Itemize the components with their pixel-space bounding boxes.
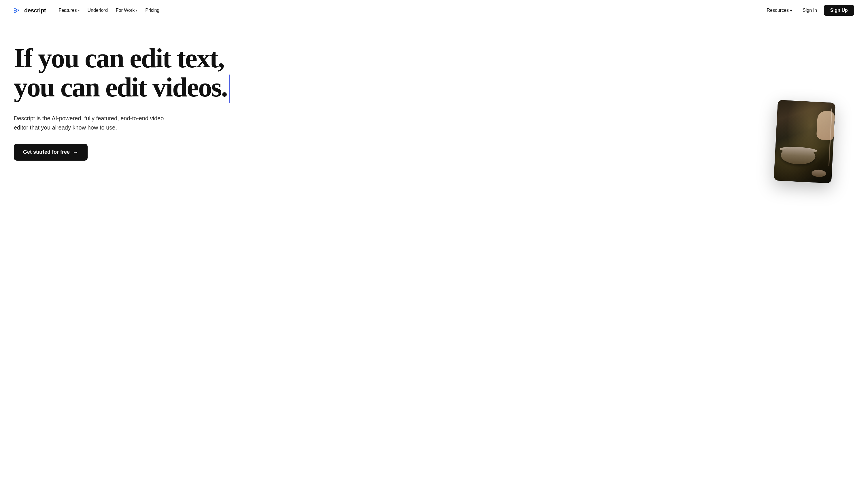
logo-text: descript	[24, 7, 46, 14]
descript-logo-icon	[14, 6, 22, 14]
hero-subtext: Descript is the AI-powered, fully featur…	[14, 114, 175, 132]
text-cursor	[229, 74, 230, 103]
nav-link-for-work[interactable]: For Work ▾	[113, 5, 141, 15]
svg-rect-1	[14, 10, 16, 11]
chevron-down-icon: ▾	[78, 9, 80, 12]
nav-link-pricing[interactable]: Pricing	[142, 5, 163, 15]
hero-section: If you can edit text, you can edit video…	[0, 21, 868, 479]
cta-label: Get started for free	[23, 149, 70, 155]
small-bowl-visual	[811, 169, 826, 177]
hand-visual	[816, 110, 835, 140]
arrow-icon: →	[73, 149, 79, 156]
sign-in-button[interactable]: Sign In	[798, 5, 822, 15]
svg-rect-4	[16, 10, 17, 11]
svg-rect-5	[18, 9, 19, 11]
hero-content: If you can edit text, you can edit video…	[14, 44, 273, 161]
navbar: descript Features ▾ Underlord For Work ▾…	[0, 0, 868, 21]
resources-label: Resources	[767, 8, 789, 13]
hero-headline-line1: If you can edit text,	[14, 43, 224, 73]
nav-link-resources[interactable]: Resources ▾	[764, 5, 796, 15]
nav-link-features[interactable]: Features ▾	[55, 5, 83, 15]
cta-button[interactable]: Get started for free →	[14, 144, 88, 161]
logo-link[interactable]: descript	[14, 6, 46, 14]
sign-up-button[interactable]: Sign Up	[824, 5, 854, 16]
chevron-down-icon: ▾	[790, 8, 792, 13]
nav-link-for-work-label: For Work	[116, 8, 134, 13]
svg-rect-3	[16, 9, 17, 10]
nav-link-underlord-label: Underlord	[88, 8, 108, 13]
hero-visual-inner	[774, 100, 835, 183]
nav-link-features-label: Features	[59, 8, 76, 13]
nav-link-underlord[interactable]: Underlord	[84, 5, 111, 15]
nav-left: descript Features ▾ Underlord For Work ▾…	[14, 5, 163, 15]
logo-svg	[14, 6, 22, 14]
hero-headline: If you can edit text, you can edit video…	[14, 44, 273, 104]
nav-right: Resources ▾ Sign In Sign Up	[764, 5, 854, 16]
chevron-down-icon: ▾	[136, 9, 137, 12]
svg-rect-0	[14, 8, 16, 9]
nav-links: Features ▾ Underlord For Work ▾ Pricing	[55, 5, 163, 15]
hero-headline-line2: you can edit videos.	[14, 72, 227, 102]
hero-video-thumbnail	[774, 100, 835, 183]
nav-link-pricing-label: Pricing	[145, 8, 159, 13]
svg-rect-2	[14, 11, 16, 13]
